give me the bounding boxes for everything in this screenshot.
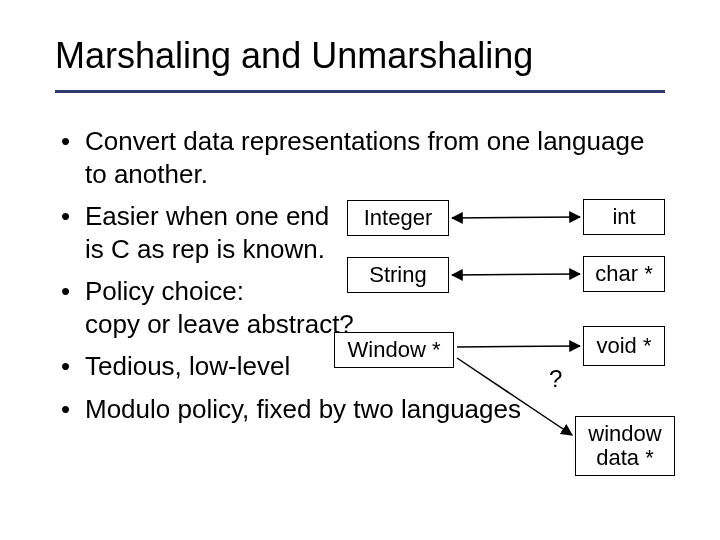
box-int: int (583, 199, 665, 235)
bullet-1-text: Convert data representations from one la… (85, 126, 644, 189)
box-string-label: String (369, 263, 426, 287)
box-window-data: window data * (575, 416, 675, 476)
box-void-star: void * (583, 326, 665, 366)
box-integer-label: Integer (364, 206, 433, 230)
bullet-5-text: Modulo policy, fixed by two languages (85, 394, 521, 424)
box-int-label: int (612, 205, 635, 229)
box-void-star-label: void * (596, 334, 651, 358)
bullet-3-text: Policy choice:copy or leave abstract? (85, 276, 354, 339)
box-window-star-label: Window * (348, 338, 441, 362)
bullet-4-text: Tedious, low-level (85, 351, 290, 381)
box-string: String (347, 257, 449, 293)
box-char-star-label: char * (595, 262, 652, 286)
box-char-star: char * (583, 256, 665, 292)
bullet-2-text: Easier when one endis C as rep is known. (85, 201, 329, 264)
bullet-1: Convert data representations from one la… (55, 125, 665, 190)
box-integer: Integer (347, 200, 449, 236)
bullet-5: Modulo policy, fixed by two languages (55, 393, 665, 426)
slide-title: Marshaling and Unmarshaling (55, 35, 533, 77)
box-window-data-label: window data * (580, 422, 670, 470)
box-window-star: Window * (334, 332, 454, 368)
question-mark: ? (549, 365, 562, 393)
title-underline (55, 90, 665, 93)
slide: Marshaling and Unmarshaling Convert data… (0, 0, 720, 540)
